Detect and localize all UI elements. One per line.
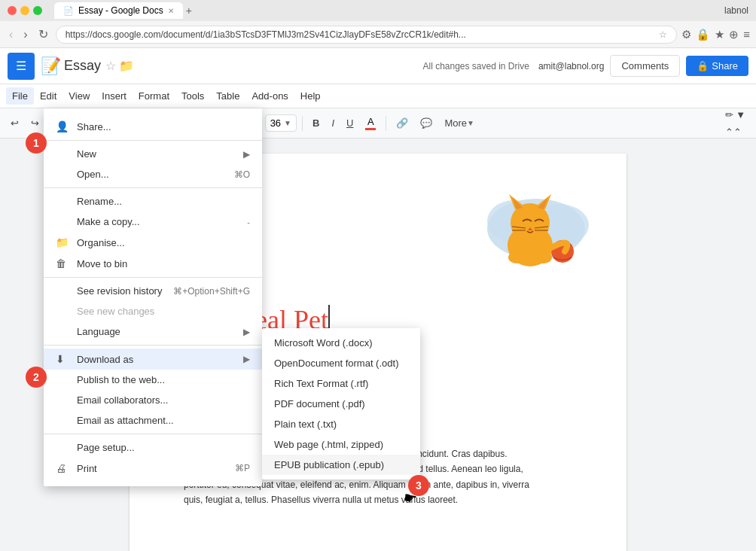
font-size-value: 36: [270, 117, 281, 129]
divider-5: [386, 116, 386, 131]
more-btn[interactable]: More ▼: [440, 114, 479, 132]
toolbar-right: ✏ ▼ ⌃⌃: [721, 106, 750, 141]
step-badge-1: 1: [26, 132, 47, 154]
new-menu-item[interactable]: New ▶: [44, 144, 262, 164]
download-icon: ⬇: [56, 353, 71, 365]
move-to-bin-menu-item[interactable]: 🗑 Move to bin: [44, 253, 262, 274]
menu-table[interactable]: Table: [210, 87, 245, 105]
menu-tools[interactable]: Tools: [175, 87, 210, 105]
menu-edit[interactable]: Edit: [34, 87, 62, 105]
download-epub[interactable]: EPUB publication (.epub): [262, 455, 420, 475]
sidebar-toggle-btn[interactable]: ☰: [8, 53, 35, 80]
share-btn[interactable]: 🔒 Share: [686, 56, 748, 76]
redo-btn[interactable]: ↪: [26, 114, 44, 132]
tab-bar: 📄 Essay - Google Docs ✕ +: [54, 2, 192, 19]
refresh-btn[interactable]: ↻: [35, 26, 51, 43]
minimize-window-btn[interactable]: [20, 6, 29, 15]
menu-addons[interactable]: Add-ons: [245, 87, 294, 105]
doc-folder-btn[interactable]: 📁: [119, 59, 134, 73]
download-pdf[interactable]: PDF document (.pdf): [262, 394, 420, 414]
doc-title[interactable]: Essay: [64, 58, 101, 74]
download-docx[interactable]: Microsoft Word (.docx): [262, 333, 420, 353]
maximize-window-btn[interactable]: [33, 6, 42, 15]
language-arrow-icon: ▶: [243, 327, 250, 337]
text-color-btn[interactable]: A: [361, 114, 380, 132]
comments-btn[interactable]: Comments: [610, 55, 680, 77]
svg-point-15: [508, 251, 526, 263]
collapse-btn[interactable]: ⌃⌃: [721, 123, 746, 141]
italic-btn[interactable]: I: [327, 114, 339, 132]
file-menu-section-share: 👤 Share...: [44, 113, 262, 141]
download-arrow-icon: ▶: [243, 354, 250, 364]
extension-icon-4[interactable]: ⊕: [729, 28, 739, 41]
size-chevron-icon: ▼: [284, 119, 291, 127]
folder-icon: 📁: [56, 236, 71, 248]
make-copy-menu-item[interactable]: Make a copy... -: [44, 212, 262, 232]
extension-icon-3[interactable]: ★: [715, 28, 724, 41]
share-menu-item[interactable]: 👤 Share...: [44, 116, 262, 137]
download-rtf[interactable]: Rich Text Format (.rtf): [262, 373, 420, 394]
pencil-btn[interactable]: ✏ ▼: [721, 106, 750, 123]
underline-btn[interactable]: U: [342, 114, 358, 132]
title-bar: 📄 Essay - Google Docs ✕ + labnol: [0, 0, 756, 21]
svg-point-5: [511, 203, 550, 242]
user-email: amit@labnol.org: [538, 61, 605, 72]
menu-bar: File Edit View Insert Format Tools Table…: [0, 84, 756, 108]
traffic-lights: [8, 6, 42, 15]
docs-header: ☰ 📝 Essay ☆ 📁 All changes saved in Drive…: [0, 48, 756, 84]
email-attachment-menu-item[interactable]: Email as attachment...: [44, 410, 262, 431]
download-submenu: Microsoft Word (.docx) OpenDocument form…: [262, 328, 420, 479]
email-collaborators-menu-item[interactable]: Email collaborators...: [44, 390, 262, 410]
file-menu-section-history: See revision history ⌘+Option+Shift+G Se…: [44, 278, 262, 346]
rename-menu-item[interactable]: Rename...: [44, 191, 262, 212]
undo-btn[interactable]: ↩: [6, 114, 23, 132]
extension-icon-5[interactable]: ≡: [743, 28, 750, 41]
menu-help[interactable]: Help: [294, 87, 327, 105]
cat-illustration: [476, 176, 596, 274]
active-tab[interactable]: 📄 Essay - Google Docs ✕: [54, 2, 183, 19]
extension-icon-1[interactable]: ⚙: [681, 28, 691, 41]
extension-icon-2[interactable]: 🔒: [696, 28, 710, 41]
publish-menu-item[interactable]: Publish to the web...: [44, 370, 262, 390]
page-setup-menu-item[interactable]: Page setup...: [44, 437, 262, 458]
download-as-menu-item[interactable]: ⬇ Download as ▶: [44, 349, 262, 370]
file-menu-section-download: ⬇ Download as ▶ Publish to the web... Em…: [44, 346, 262, 434]
step-badge-2: 2: [26, 367, 47, 388]
url-bar[interactable]: https://docs.google.com/document/d/1ia3b…: [56, 26, 678, 44]
file-menu-dropdown: 👤 Share... New ▶ Open... ⌘O Rename... Ma…: [44, 108, 262, 486]
print-menu-item[interactable]: 🖨 Print ⌘P: [44, 458, 262, 479]
download-html[interactable]: Web page (.html, zipped): [262, 434, 420, 455]
organise-menu-item[interactable]: 📁 Organise...: [44, 232, 262, 253]
forward-btn[interactable]: ›: [20, 26, 30, 43]
language-menu-item[interactable]: Language ▶: [44, 321, 262, 342]
download-odt[interactable]: OpenDocument format (.odt): [262, 353, 420, 373]
tab-title: Essay - Google Docs: [78, 5, 163, 16]
url-text: https://docs.google.com/document/d/1ia3b…: [66, 29, 657, 40]
menu-view[interactable]: View: [62, 87, 96, 105]
trash-icon: 🗑: [56, 257, 71, 269]
browser-toolbar: ⚙ 🔒 ★ ⊕ ≡: [681, 28, 750, 41]
download-txt[interactable]: Plain text (.txt): [262, 414, 420, 434]
print-icon: 🖨: [56, 462, 71, 474]
menu-format[interactable]: Format: [133, 87, 175, 105]
font-size-selector[interactable]: 36 ▼: [265, 114, 297, 132]
doc-star-btn[interactable]: ☆: [105, 59, 116, 73]
close-window-btn[interactable]: [8, 6, 17, 15]
tab-close-btn[interactable]: ✕: [168, 7, 174, 15]
bold-btn[interactable]: B: [308, 114, 324, 132]
share-label: Share: [712, 60, 738, 72]
link-btn[interactable]: 🔗: [392, 114, 413, 132]
share-menu-icon: 👤: [56, 120, 71, 132]
menu-insert[interactable]: Insert: [96, 87, 133, 105]
window-title: labnol: [724, 5, 748, 16]
bookmark-icon[interactable]: ☆: [659, 29, 667, 40]
new-tab-btn[interactable]: +: [186, 5, 192, 17]
text-color-label: A: [367, 116, 374, 127]
back-btn[interactable]: ‹: [6, 26, 16, 43]
revision-history-menu-item[interactable]: See revision history ⌘+Option+Shift+G: [44, 281, 262, 301]
open-menu-item[interactable]: Open... ⌘O: [44, 164, 262, 184]
comment-btn[interactable]: 💬: [416, 114, 437, 132]
lock-icon: 🔒: [697, 60, 709, 72]
menu-file[interactable]: File: [6, 87, 34, 105]
doc-tab-icon: 📄: [63, 6, 74, 16]
